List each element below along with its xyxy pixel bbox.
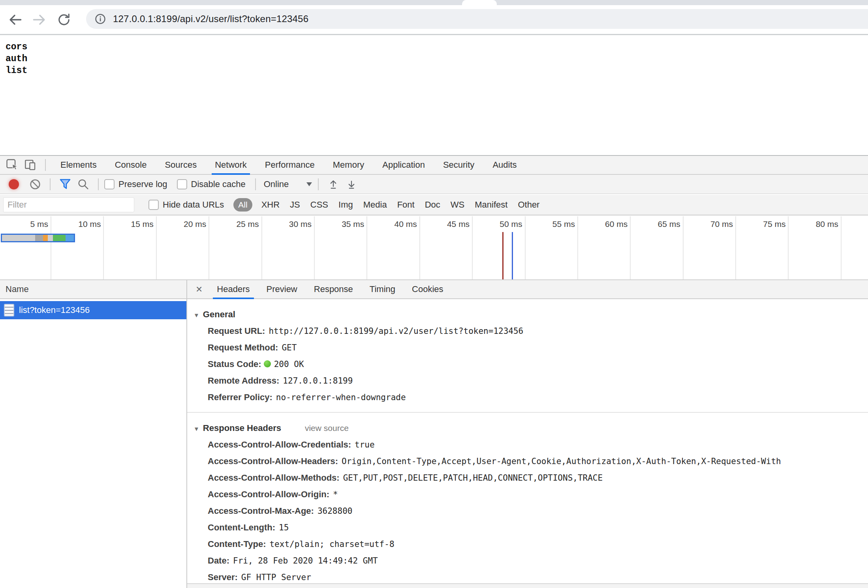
next-section-strip bbox=[187, 583, 868, 588]
header-label: Remote Address: bbox=[208, 376, 279, 386]
header-label: Content-Length: bbox=[208, 522, 275, 532]
tab-elements[interactable]: Elements bbox=[60, 156, 97, 174]
tab-memory[interactable]: Memory bbox=[333, 156, 364, 174]
tab-console[interactable]: Console bbox=[115, 156, 147, 174]
preserve-log-checkbox[interactable] bbox=[104, 179, 115, 189]
headers-detail-body: ▼ General Request URL:http://127.0.0.1:8… bbox=[187, 299, 868, 588]
timeline-tick: 70 ms bbox=[684, 216, 736, 279]
export-har-button[interactable] bbox=[342, 176, 361, 192]
filter-type-js[interactable]: JS bbox=[290, 200, 300, 210]
filter-type-doc[interactable]: Doc bbox=[425, 200, 440, 210]
response-headers-section-title: Response Headers bbox=[203, 423, 281, 433]
import-har-button[interactable] bbox=[324, 176, 342, 192]
general-section-header[interactable]: ▼ General bbox=[194, 309, 868, 320]
disable-cache-checkbox[interactable] bbox=[177, 179, 187, 189]
clear-button[interactable] bbox=[26, 176, 44, 192]
detail-tab-cookies[interactable]: Cookies bbox=[412, 280, 443, 298]
timeline-tick: 20 ms bbox=[157, 216, 209, 279]
separator bbox=[45, 159, 46, 171]
timeline-tick: 25 ms bbox=[209, 216, 262, 279]
header-label: Server: bbox=[208, 572, 238, 582]
triangle-down-icon: ▼ bbox=[194, 425, 199, 432]
detail-tab-headers[interactable]: Headers bbox=[217, 280, 250, 298]
request-list-pane: Name list?token=123456 bbox=[0, 280, 187, 588]
response-headers-section-header[interactable]: ▼ Response Headers view source bbox=[194, 423, 868, 433]
disable-cache-label: Disable cache bbox=[191, 179, 246, 189]
detail-tab-bar: × Headers Preview Response Timing Cookie… bbox=[187, 280, 868, 299]
filter-type-all[interactable]: All bbox=[233, 198, 252, 212]
name-column-header[interactable]: Name bbox=[0, 280, 186, 299]
reload-button[interactable] bbox=[54, 10, 73, 29]
waterfall-segment-waiting bbox=[2, 235, 35, 241]
tab-sources[interactable]: Sources bbox=[165, 156, 197, 174]
view-source-link[interactable]: view source bbox=[305, 423, 349, 433]
forward-button[interactable] bbox=[30, 10, 49, 29]
detail-tab-preview[interactable]: Preview bbox=[267, 280, 297, 298]
filter-input[interactable] bbox=[3, 197, 134, 212]
status-ok-icon bbox=[264, 360, 271, 367]
header-row: Access-Control-Max-Age:3628800 bbox=[208, 503, 868, 519]
tab-security[interactable]: Security bbox=[443, 156, 474, 174]
filter-toggle-button[interactable] bbox=[56, 176, 74, 192]
waterfall-segment-wait bbox=[48, 235, 53, 241]
filter-type-font[interactable]: Font bbox=[397, 200, 415, 210]
header-label: Access-Control-Allow-Methods: bbox=[208, 473, 340, 483]
page-content: cors auth list bbox=[0, 36, 868, 155]
header-row: Request URL:http://127.0.0.1:8199/api.v2… bbox=[208, 323, 868, 339]
tab-performance[interactable]: Performance bbox=[265, 156, 315, 174]
browser-active-tab[interactable] bbox=[462, 0, 497, 5]
search-icon bbox=[77, 178, 90, 191]
header-row: Access-Control-Allow-Headers:Origin,Cont… bbox=[208, 453, 868, 470]
timeline-tick: 15 ms bbox=[104, 216, 156, 279]
filter-type-img[interactable]: Img bbox=[338, 200, 353, 210]
header-value: true bbox=[355, 440, 375, 449]
address-bar[interactable]: 127.0.0.1:8199/api.v2/user/list?token=12… bbox=[86, 9, 868, 29]
inspect-element-button[interactable] bbox=[3, 157, 21, 173]
filter-type-css[interactable]: CSS bbox=[310, 200, 328, 210]
request-detail-pane: × Headers Preview Response Timing Cookie… bbox=[187, 280, 868, 588]
filter-type-other[interactable]: Other bbox=[518, 200, 539, 210]
filter-type-media[interactable]: Media bbox=[363, 200, 387, 210]
record-button[interactable] bbox=[9, 179, 19, 189]
filter-type-ws[interactable]: WS bbox=[451, 200, 464, 210]
back-button[interactable] bbox=[6, 10, 24, 29]
tab-network[interactable]: Network bbox=[215, 156, 247, 174]
detail-tab-response[interactable]: Response bbox=[314, 280, 353, 298]
timeline-tick: 5 ms bbox=[0, 216, 51, 279]
filter-type-xhr[interactable]: XHR bbox=[261, 200, 280, 210]
timeline-tick: 50 ms bbox=[473, 216, 525, 279]
filter-type-manifest[interactable]: Manifest bbox=[475, 200, 507, 210]
hide-data-urls-checkbox[interactable] bbox=[148, 200, 159, 210]
tab-application[interactable]: Application bbox=[382, 156, 425, 174]
search-button[interactable] bbox=[74, 176, 92, 192]
header-row: Content-Type:text/plain; charset=utf-8 bbox=[208, 536, 868, 552]
header-label: Referrer Policy: bbox=[208, 392, 272, 402]
timeline-tick: 40 ms bbox=[367, 216, 420, 279]
waterfall-segment-stalled bbox=[35, 235, 43, 241]
close-icon[interactable]: × bbox=[196, 284, 202, 295]
tab-audits[interactable]: Audits bbox=[492, 156, 517, 174]
document-icon bbox=[4, 304, 14, 316]
header-label: Content-Type: bbox=[208, 539, 266, 549]
devtools-tab-bar: Elements Console Sources Network Perform… bbox=[0, 156, 868, 175]
header-value: text/plain; charset=utf-8 bbox=[269, 539, 394, 549]
clear-icon bbox=[28, 178, 42, 191]
throttling-select[interactable]: Online bbox=[264, 179, 289, 189]
network-overview-timeline: 5 ms 10 ms 15 ms 20 ms 25 ms 30 ms 35 ms… bbox=[0, 216, 868, 280]
chevron-down-icon[interactable] bbox=[306, 182, 312, 187]
header-label: Date: bbox=[208, 556, 229, 566]
header-label: Access-Control-Allow-Credentials: bbox=[208, 440, 351, 449]
header-row: Date:Fri, 28 Feb 2020 14:49:42 GMT bbox=[208, 552, 868, 569]
detail-tab-timing[interactable]: Timing bbox=[370, 280, 395, 298]
request-row[interactable]: list?token=123456 bbox=[0, 301, 186, 319]
download-icon bbox=[346, 178, 357, 190]
device-toolbar-icon bbox=[23, 157, 38, 172]
reload-icon bbox=[56, 11, 72, 28]
network-toolbar: Preserve log Disable cache Online bbox=[0, 175, 868, 194]
overview-selection-range[interactable] bbox=[1, 234, 75, 242]
timeline-tick: 65 ms bbox=[631, 216, 683, 279]
header-value: GET,PUT,POST,DELETE,PATCH,HEAD,CONNECT,O… bbox=[343, 473, 603, 483]
toggle-device-toolbar-button[interactable] bbox=[21, 157, 39, 173]
upload-icon bbox=[327, 178, 339, 190]
header-row: Request Method:GET bbox=[208, 339, 868, 356]
